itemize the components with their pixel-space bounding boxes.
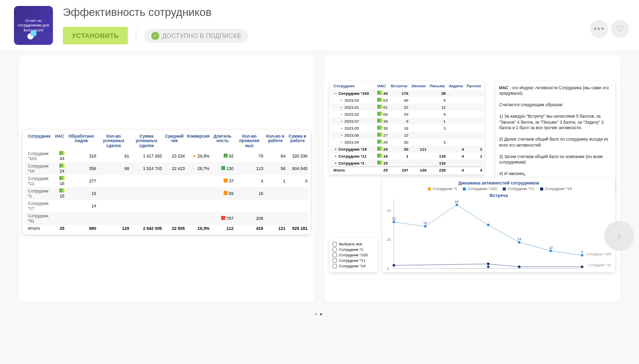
screenshot-1[interactable]: СотрудникИАСОбработано лидовКол-во успеш…: [19, 55, 315, 302]
app-header: Отчет по сотрудникам для Битрикс24 Эффек…: [0, 0, 639, 51]
screenshot-2[interactable]: СотрудникИАСВстречиЗвонкиПисьмаЗадачиПро…: [324, 55, 620, 302]
heart-icon: ♡: [616, 23, 624, 34]
ias-description: ИАС - это Индекс Активности Сотрудника (…: [495, 81, 615, 192]
install-button[interactable]: УСТАНОВИТЬ: [63, 27, 128, 44]
employee-checkbox[interactable]: Сотрудник *1: [332, 247, 374, 252]
employee-checkbox[interactable]: Сотрудник *11: [332, 258, 374, 263]
report-table-1: СотрудникИАСОбработано лидовКол-во успеш…: [25, 132, 309, 232]
next-arrow[interactable]: ›: [604, 221, 634, 251]
favorite-button[interactable]: ♡: [611, 20, 629, 38]
employee-filter: Выбрать все Сотрудник *1Сотрудник *103Со…: [329, 238, 377, 272]
activity-chart: Динамика активностей сотрудников Сотрудн…: [382, 178, 615, 272]
more-button[interactable]: •••: [590, 20, 608, 38]
subscription-badge: ✓ ДОСТУПНО В ПОДПИСКЕ: [144, 29, 248, 43]
check-icon: ✓: [151, 32, 159, 40]
page-title: Эффективность сотрудников: [63, 6, 248, 19]
chevron-right-icon: ›: [617, 228, 621, 244]
select-all-checkbox[interactable]: Выбрать все: [332, 242, 374, 246]
pagination-dots[interactable]: ●●: [0, 311, 639, 317]
ias-table: СотрудникИАСВстречиЗвонкиПисьмаЗадачиПро…: [329, 81, 484, 175]
divider: [136, 28, 136, 43]
employee-checkbox[interactable]: Сотрудник *19: [332, 264, 374, 268]
employee-checkbox[interactable]: Сотрудник *103: [332, 253, 374, 257]
screenshot-gallery: СотрудникИАСОбработано лидовКол-во успеш…: [0, 51, 639, 306]
app-icon: Отчет по сотрудникам для Битрикс24: [14, 6, 53, 45]
